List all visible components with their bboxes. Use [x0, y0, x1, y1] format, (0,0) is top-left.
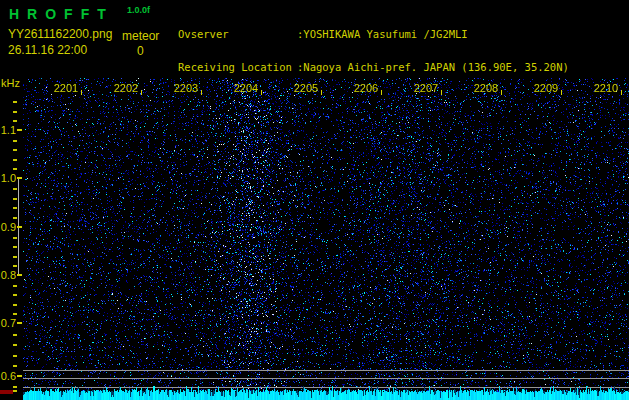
- x-axis-tick: [441, 90, 442, 95]
- info-row-location: Receiving Location:Nagoya Aichi-pref. JA…: [178, 62, 569, 73]
- app-version: 1.0.0f: [127, 5, 150, 15]
- y-axis-major-tick: [17, 226, 22, 228]
- hrofft-window: HROFFT 1.0.0f YY2611162200.png 26.11.16 …: [0, 0, 629, 400]
- y-axis-minor-tick: [13, 217, 17, 219]
- y-axis-major-tick: [17, 177, 22, 179]
- y-axis-minor-tick: [13, 294, 17, 296]
- x-axis-tick: [321, 90, 322, 95]
- y-axis-major-tick: [17, 274, 22, 276]
- y-axis-minor-tick: [13, 159, 17, 161]
- x-axis-label: 2207: [411, 82, 441, 94]
- y-axis-label: 0.9: [0, 221, 16, 233]
- y-axis-minor-tick: [13, 365, 17, 367]
- info-row-observer: Ovserver:YOSHIKAWA Yasufumi /JG2MLI: [178, 29, 569, 40]
- info-value: :Nagoya Aichi-pref. JAPAN (136.90E, 35.2…: [297, 61, 569, 73]
- x-axis-tick: [141, 90, 142, 95]
- x-axis-tick: [621, 90, 622, 95]
- y-axis-major-tick: [17, 129, 22, 131]
- y-axis-minor-tick: [13, 304, 17, 306]
- y-axis-minor-tick: [13, 355, 17, 357]
- x-axis-label: 2201: [51, 82, 81, 94]
- info-label: Receiving Location: [178, 62, 297, 73]
- red-marker: [0, 390, 13, 394]
- y-axis-minor-tick: [13, 120, 17, 122]
- mode-label: meteor: [122, 29, 159, 43]
- x-axis-label: 2210: [591, 82, 621, 94]
- observation-datetime: 26.11.16 22:00: [8, 43, 87, 57]
- y-axis-minor-tick: [13, 198, 17, 200]
- y-axis-label: 0.6: [0, 370, 16, 382]
- spectrogram-canvas: [23, 78, 629, 400]
- x-axis-label: 2202: [111, 82, 141, 94]
- x-axis-label: 2208: [471, 82, 501, 94]
- y-axis-label: 1.0: [0, 172, 16, 184]
- y-axis-minor-tick: [13, 334, 17, 336]
- y-axis-minor-tick: [13, 101, 17, 103]
- output-filename: YY2611162200.png: [8, 27, 112, 41]
- y-axis-minor-tick: [13, 265, 17, 267]
- y-axis-unit: kHz: [1, 77, 20, 89]
- x-axis-label: 2206: [351, 82, 381, 94]
- info-value: :YOSHIKAWA Yasufumi /JG2MLI: [297, 28, 468, 40]
- y-axis-minor-tick: [13, 313, 17, 315]
- y-axis-minor-tick: [13, 111, 17, 113]
- x-axis-tick: [381, 90, 382, 95]
- y-axis-label: 1.1: [0, 124, 16, 136]
- meteor-count: 0: [137, 44, 144, 58]
- y-axis-minor-tick: [13, 390, 17, 392]
- y-axis-minor-tick: [13, 140, 17, 142]
- y-axis-minor-tick: [13, 246, 17, 248]
- y-axis-minor-tick: [13, 386, 17, 388]
- x-axis-tick: [261, 90, 262, 95]
- x-axis-label: 2209: [531, 82, 561, 94]
- x-axis-label: 2205: [291, 82, 321, 94]
- y-axis-minor-tick: [13, 285, 17, 287]
- x-axis-tick: [501, 90, 502, 95]
- y-axis-label: 0.8: [0, 269, 16, 281]
- x-axis-tick: [81, 90, 82, 95]
- y-axis-minor-tick: [13, 344, 17, 346]
- info-label: Ovserver: [178, 29, 297, 40]
- x-axis-label: 2204: [231, 82, 261, 94]
- y-axis-minor-tick: [13, 188, 17, 190]
- y-axis-minor-tick: [13, 168, 17, 170]
- y-axis-minor-tick: [13, 256, 17, 258]
- app-title: HROFFT: [9, 6, 114, 22]
- y-axis-major-tick: [17, 375, 22, 377]
- y-axis-major-tick: [17, 322, 22, 324]
- y-axis-minor-tick: [13, 237, 17, 239]
- x-axis-tick: [201, 90, 202, 95]
- y-axis-minor-tick: [13, 149, 17, 151]
- y-axis-label: 0.7: [0, 317, 16, 329]
- y-axis-minor-tick: [13, 207, 17, 209]
- x-axis-tick: [561, 90, 562, 95]
- x-axis-label: 2203: [171, 82, 201, 94]
